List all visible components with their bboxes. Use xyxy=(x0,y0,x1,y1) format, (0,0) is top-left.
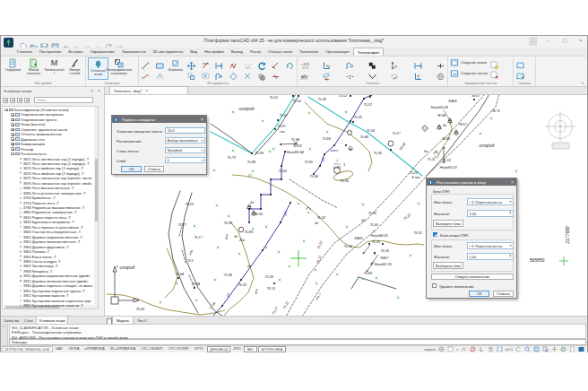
ribbon-button-штриховка[interactable]: Штриховка xyxy=(169,58,182,80)
arrows-cancel-button[interactable]: Отмена xyxy=(493,291,514,297)
tree-item[interactable]: ∘3930 Деревья отдельно стоящие, не имею xyxy=(19,283,92,288)
status-toggle-сетка[interactable]: СЕТКА xyxy=(66,346,82,352)
tree-expand-icon[interactable] xyxy=(11,118,14,122)
trash-icon[interactable] xyxy=(488,346,494,352)
bigl-icon[interactable] xyxy=(322,58,332,68)
ribbon-tab-главная[interactable]: Главная xyxy=(13,48,36,56)
view-compass[interactable] xyxy=(545,111,575,149)
ppl-icon[interactable] xyxy=(345,58,355,68)
cursor-lock-icon[interactable] xyxy=(461,346,467,352)
status-toggle-изо[interactable]: ИЗО xyxy=(231,346,243,352)
tree-item[interactable]: ∠3820 Буреломы и ветровалы -Т xyxy=(19,220,74,224)
layer-combo[interactable]: 0▾ xyxy=(165,157,205,163)
globe-icon[interactable] xyxy=(438,346,445,352)
tree-item[interactable]: ○3800 Редколесье низкорослое -Т xyxy=(19,210,77,214)
ribbon-tab-зависимости[interactable]: Зависимости xyxy=(118,48,150,56)
palette-tab-свойства[interactable]: Свойства xyxy=(1,317,22,324)
book2-icon[interactable] xyxy=(515,69,525,79)
palette-tool-icon[interactable] xyxy=(17,98,22,103)
ribbon-state-button[interactable]: - xyxy=(529,37,537,46)
tree-group-геодезические-пункты[interactable]: Геодезические пункты xyxy=(11,117,56,122)
ribbon-tab-3d-инструменты[interactable]: 3D-инструменты xyxy=(149,48,186,56)
create-addition-button[interactable]: Создать пополнение xyxy=(431,274,514,280)
ribbon-button-геодерево[interactable]: Геодерево xyxy=(3,57,23,80)
erase2-icon[interactable] xyxy=(271,58,281,68)
status-toggle-дин-ввод[interactable]: ДИН-ВВОД xyxy=(207,346,231,352)
tree-expand-icon[interactable] xyxy=(11,143,14,146)
tree-item[interactable]: ↟3673 Леса хвойные кар (1 порода) -Т xyxy=(19,166,83,170)
tree-expand-icon[interactable] xyxy=(11,123,14,126)
ribbon-collapse-icon[interactable]: ▾ xyxy=(582,81,584,85)
tree-group-объекты-промышленные[interactable]: Объекты промышленные xyxy=(11,132,62,136)
status-toggle-отс-объект[interactable]: ОТС-ОБЪЕКТ xyxy=(139,346,166,352)
htool2-icon[interactable] xyxy=(243,69,253,79)
minimize-button[interactable]: – xyxy=(544,38,553,43)
tree-item[interactable]: ○3690 Леса угнетенные низкорослые -Т xyxy=(19,191,86,196)
tree-item[interactable]: ó3672 Леса лиственные кар (2 породы) -Т xyxy=(19,161,90,166)
status-toggle-отс-поляр[interactable]: ОТС-ПОЛЯР xyxy=(166,346,191,352)
ppipe-icon[interactable] xyxy=(214,69,224,79)
ribbon-tab-оформление[interactable]: Оформление xyxy=(87,48,118,56)
vee-icon[interactable] xyxy=(368,69,377,79)
zoom-window-icon[interactable] xyxy=(533,346,540,352)
ribbon-tab-построение[interactable]: Построение xyxy=(36,48,65,56)
close-button[interactable]: × xyxy=(576,38,585,43)
palette-pin-icon[interactable]: ⚲ xyxy=(91,89,93,93)
ribbon-tab-топология[interactable]: Топология xyxy=(296,48,322,56)
tree-group-геодезические-материалы[interactable]: Геодезические материалы xyxy=(11,112,64,117)
tree-item[interactable]: ○3680 Леса высокоствольные -Т xyxy=(19,186,74,190)
ribbon-tab-растр[interactable]: Растр xyxy=(246,48,264,56)
line-icon[interactable] xyxy=(141,58,151,68)
rotate-icon[interactable] xyxy=(257,58,267,68)
tree-item[interactable]: ⇈3675 Леса смешанные кар (преобл. листв. xyxy=(19,176,92,180)
tree-item[interactable]: ↟3905 Ели и пихты -Т xyxy=(19,255,56,259)
tree-item[interactable]: ⋏3961 Кустарники колючие отдельные груп xyxy=(19,299,91,303)
orbit-icon[interactable] xyxy=(560,346,566,352)
sheetq-icon[interactable] xyxy=(489,57,499,67)
undo-view-icon[interactable] xyxy=(515,346,522,352)
command-prompt[interactable]: Команда: xyxy=(9,339,586,345)
tdash-icon[interactable]: T xyxy=(345,69,355,79)
palette-tab-слои[interactable]: Слои xyxy=(22,317,35,324)
tree-collapse-icon[interactable] xyxy=(11,152,14,156)
tree-item[interactable]: ∗3810 Редкая поросль леса -Т xyxy=(19,215,71,220)
tree-item[interactable]: ↟3907 Лиственницы -Т xyxy=(19,264,58,268)
coord-cancel-button[interactable]: Отмена xyxy=(144,166,164,172)
status-toggle-3d-опривязка[interactable]: 3D-оПРИВЯЗКА xyxy=(108,346,137,352)
barrow-icon[interactable] xyxy=(214,58,224,68)
dropdown-caret-icon[interactable]: ▾ xyxy=(456,348,458,352)
tree-item[interactable]: φ3911 Деревья широколиственные (двойн. xyxy=(19,274,91,278)
group1-choose-block-button[interactable]: Выберите блок xyxy=(433,220,463,227)
tree-item[interactable]: ᵠ3901 Деревья широколиственные -Т xyxy=(19,235,82,239)
copyst-icon[interactable] xyxy=(257,69,267,79)
delete-addition-checkbox[interactable] xyxy=(432,283,437,288)
status-toggle-штриховка[interactable]: ШТРИХОВКА xyxy=(258,346,286,352)
fullscreen-icon[interactable] xyxy=(578,346,584,352)
wave-icon[interactable] xyxy=(141,69,151,79)
sheet-next-icon[interactable] xyxy=(569,346,575,352)
palette-vertical-scrollbar[interactable] xyxy=(94,107,98,308)
tree-group-строения-здания-и-их-части[interactable]: Строения, здания и их части xyxy=(11,127,67,132)
tree-item[interactable]: ○3790 Редколесье высокоствольное -Т xyxy=(19,205,84,210)
ribbon-tab-вставка[interactable]: Вставка xyxy=(65,48,86,56)
arrow-select-icon[interactable] xyxy=(479,346,485,352)
view-scale-label[interactable]: м1:1 xyxy=(506,348,513,352)
tree-item[interactable]: ⋏3952 Кустарники заросли -Т xyxy=(19,293,69,298)
coord-ok-button[interactable]: ОК xyxy=(121,166,142,172)
status-toggle-вес[interactable]: ВЕС xyxy=(244,346,257,352)
ribbon-tab-облака точек[interactable]: Облака точек xyxy=(264,48,296,56)
dropdown-arrow-icon[interactable]: ▾ xyxy=(54,73,56,76)
ribbon-button-создание-рамки[interactable]: Создание рамки xyxy=(450,57,488,68)
group1-block-combo[interactable]: ─┼ Пересечения ко▾ xyxy=(467,198,514,205)
group2-choose-block-button[interactable]: Выберите блок xyxy=(433,262,463,269)
blacksq-icon[interactable] xyxy=(368,58,377,68)
ribbon-button-топомасштаб[interactable]: MТопомасштаб▾ xyxy=(44,57,65,80)
pent-icon[interactable] xyxy=(436,69,445,79)
group2-scale-spinner[interactable]: 1,00▲▼ xyxy=(467,253,514,260)
palette-tab-условные-знаки[interactable]: Условные знаки xyxy=(36,317,69,324)
harrow-icon[interactable] xyxy=(413,58,423,68)
tree-item[interactable]: φ3912 Деревья мелколиственные (двойн. xyxy=(19,279,89,283)
maximize-button[interactable]: ▢ xyxy=(560,37,569,43)
tree-expand-icon[interactable] xyxy=(11,133,14,136)
tree-item[interactable]: ⋏3951 Кустарники отдельные группы -Т xyxy=(19,289,85,293)
